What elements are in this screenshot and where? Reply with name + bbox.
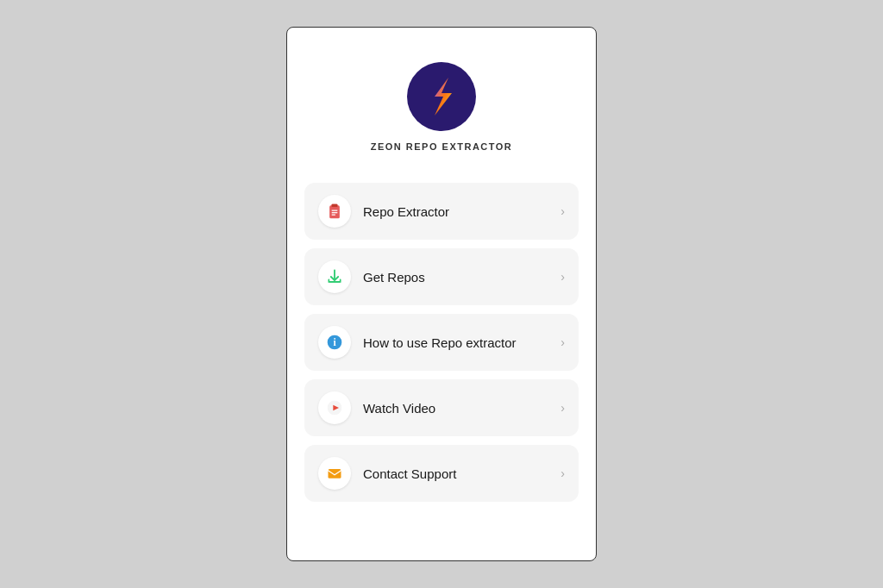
download-icon xyxy=(326,268,343,285)
watch-video-chevron: › xyxy=(560,401,565,415)
menu-item-how-to-use[interactable]: i How to use Repo extractor › xyxy=(304,314,579,371)
app-logo xyxy=(407,62,476,131)
get-repos-chevron: › xyxy=(560,270,565,284)
menu-item-repo-extractor[interactable]: Repo Extractor › xyxy=(304,183,579,240)
svg-rect-2 xyxy=(329,205,340,218)
contact-support-label: Contact Support xyxy=(363,466,554,481)
how-to-use-chevron: › xyxy=(560,335,565,349)
info-icon: i xyxy=(326,334,343,351)
get-repos-label: Get Repos xyxy=(363,270,554,285)
play-icon xyxy=(326,399,343,416)
menu-list: Repo Extractor › Get Repos › i xyxy=(304,183,579,502)
envelope-icon xyxy=(326,465,343,482)
watch-video-icon-wrapper xyxy=(318,391,351,424)
menu-item-watch-video[interactable]: Watch Video › xyxy=(304,379,579,436)
repo-extractor-label: Repo Extractor xyxy=(363,204,554,219)
get-repos-icon-wrapper xyxy=(318,260,351,293)
contact-support-icon-wrapper xyxy=(318,457,351,490)
how-to-use-label: How to use Repo extractor xyxy=(363,335,554,350)
menu-item-get-repos[interactable]: Get Repos › xyxy=(304,248,579,305)
svg-rect-3 xyxy=(332,204,338,207)
app-title: ZEON REPO EXTRACTOR xyxy=(371,141,513,152)
watch-video-label: Watch Video xyxy=(363,401,554,416)
svg-marker-0 xyxy=(435,78,452,116)
how-to-use-icon-wrapper: i xyxy=(318,326,351,359)
menu-item-contact-support[interactable]: Contact Support › xyxy=(304,445,579,502)
repo-extractor-chevron: › xyxy=(560,204,565,218)
repo-extractor-icon-wrapper xyxy=(318,195,351,228)
phone-frame: ZEON REPO EXTRACTOR Repo Extractor › xyxy=(286,27,597,561)
clipboard-icon xyxy=(326,203,343,220)
logo-container: ZEON REPO EXTRACTOR xyxy=(371,62,513,152)
contact-support-chevron: › xyxy=(560,466,565,480)
svg-rect-11 xyxy=(329,469,341,479)
